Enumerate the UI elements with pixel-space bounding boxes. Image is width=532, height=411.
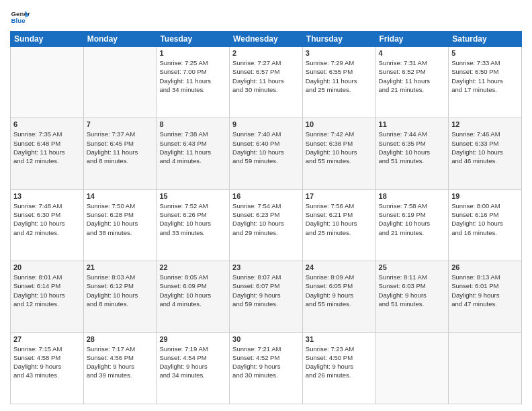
day-info: Sunrise: 7:50 AM Sunset: 6:28 PM Dayligh… bbox=[87, 201, 154, 237]
svg-text:Blue: Blue bbox=[11, 17, 26, 24]
day-info: Sunrise: 8:01 AM Sunset: 6:14 PM Dayligh… bbox=[13, 273, 81, 308]
calendar-cell bbox=[11, 47, 84, 118]
day-number: 30 bbox=[232, 335, 300, 343]
day-info: Sunrise: 8:13 AM Sunset: 6:01 PM Dayligh… bbox=[451, 273, 519, 308]
calendar-week-row: 6Sunrise: 7:35 AM Sunset: 6:48 PM Daylig… bbox=[11, 118, 522, 189]
calendar-cell: 11Sunrise: 7:44 AM Sunset: 6:35 PM Dayli… bbox=[375, 118, 449, 189]
calendar-cell: 14Sunrise: 7:50 AM Sunset: 6:28 PM Dayli… bbox=[83, 189, 157, 261]
header-monday: Monday bbox=[83, 32, 157, 47]
calendar-cell: 16Sunrise: 7:54 AM Sunset: 6:23 PM Dayli… bbox=[230, 189, 303, 261]
calendar-cell: 30Sunrise: 7:21 AM Sunset: 4:52 PM Dayli… bbox=[230, 332, 303, 404]
calendar-cell: 22Sunrise: 8:05 AM Sunset: 6:09 PM Dayli… bbox=[157, 261, 230, 332]
calendar-cell: 1Sunrise: 7:25 AM Sunset: 7:00 PM Daylig… bbox=[157, 47, 230, 118]
day-number: 25 bbox=[379, 263, 446, 271]
day-info: Sunrise: 8:05 AM Sunset: 6:09 PM Dayligh… bbox=[159, 273, 226, 308]
calendar-cell: 4Sunrise: 7:31 AM Sunset: 6:52 PM Daylig… bbox=[375, 47, 449, 118]
day-number: 29 bbox=[159, 335, 226, 343]
day-info: Sunrise: 7:31 AM Sunset: 6:52 PM Dayligh… bbox=[379, 58, 446, 94]
calendar-cell: 19Sunrise: 8:00 AM Sunset: 6:16 PM Dayli… bbox=[449, 189, 522, 261]
calendar-cell bbox=[375, 332, 449, 404]
calendar-week-row: 27Sunrise: 7:15 AM Sunset: 4:58 PM Dayli… bbox=[11, 332, 522, 404]
calendar-week-row: 1Sunrise: 7:25 AM Sunset: 7:00 PM Daylig… bbox=[11, 47, 522, 118]
day-info: Sunrise: 7:25 AM Sunset: 7:00 PM Dayligh… bbox=[159, 58, 226, 94]
calendar-cell: 18Sunrise: 7:58 AM Sunset: 6:19 PM Dayli… bbox=[375, 189, 449, 261]
day-info: Sunrise: 7:27 AM Sunset: 6:57 PM Dayligh… bbox=[232, 58, 300, 94]
day-number: 21 bbox=[87, 263, 154, 271]
day-info: Sunrise: 7:15 AM Sunset: 4:58 PM Dayligh… bbox=[13, 345, 81, 380]
day-number: 28 bbox=[87, 335, 154, 343]
day-number: 6 bbox=[13, 120, 81, 128]
calendar-cell: 7Sunrise: 7:37 AM Sunset: 6:45 PM Daylig… bbox=[83, 118, 157, 189]
day-number: 12 bbox=[451, 120, 519, 128]
day-info: Sunrise: 7:58 AM Sunset: 6:19 PM Dayligh… bbox=[379, 201, 446, 237]
day-info: Sunrise: 7:52 AM Sunset: 6:26 PM Dayligh… bbox=[159, 201, 226, 237]
day-number: 17 bbox=[306, 192, 373, 200]
calendar-cell: 21Sunrise: 8:03 AM Sunset: 6:12 PM Dayli… bbox=[83, 261, 157, 332]
day-info: Sunrise: 7:40 AM Sunset: 6:40 PM Dayligh… bbox=[232, 130, 300, 165]
header-thursday: Thursday bbox=[302, 32, 375, 47]
header-wednesday: Wednesday bbox=[230, 32, 303, 47]
day-info: Sunrise: 8:00 AM Sunset: 6:16 PM Dayligh… bbox=[451, 201, 519, 237]
calendar-cell: 10Sunrise: 7:42 AM Sunset: 6:38 PM Dayli… bbox=[302, 118, 375, 189]
calendar-week-row: 20Sunrise: 8:01 AM Sunset: 6:14 PM Dayli… bbox=[11, 261, 522, 332]
calendar-week-row: 13Sunrise: 7:48 AM Sunset: 6:30 PM Dayli… bbox=[11, 189, 522, 261]
calendar-cell: 13Sunrise: 7:48 AM Sunset: 6:30 PM Dayli… bbox=[11, 189, 84, 261]
calendar-cell bbox=[449, 332, 522, 404]
calendar-header-row: SundayMondayTuesdayWednesdayThursdayFrid… bbox=[11, 32, 522, 47]
header-saturday: Saturday bbox=[449, 32, 522, 47]
day-number: 2 bbox=[232, 49, 300, 57]
day-number: 9 bbox=[232, 120, 300, 128]
calendar-cell: 3Sunrise: 7:29 AM Sunset: 6:55 PM Daylig… bbox=[302, 47, 375, 118]
day-number: 18 bbox=[379, 192, 446, 200]
logo: General Blue bbox=[10, 7, 30, 27]
day-number: 10 bbox=[306, 120, 373, 128]
day-info: Sunrise: 7:48 AM Sunset: 6:30 PM Dayligh… bbox=[13, 201, 81, 237]
day-info: Sunrise: 7:44 AM Sunset: 6:35 PM Dayligh… bbox=[379, 130, 446, 165]
day-info: Sunrise: 8:09 AM Sunset: 6:05 PM Dayligh… bbox=[306, 273, 373, 308]
day-number: 4 bbox=[379, 49, 446, 57]
day-number: 22 bbox=[159, 263, 226, 271]
day-number: 20 bbox=[13, 263, 81, 271]
day-info: Sunrise: 7:42 AM Sunset: 6:38 PM Dayligh… bbox=[306, 130, 373, 165]
day-info: Sunrise: 7:21 AM Sunset: 4:52 PM Dayligh… bbox=[232, 345, 300, 380]
header-tuesday: Tuesday bbox=[157, 32, 230, 47]
calendar-container: General Blue SundayMondayTuesdayWednesda… bbox=[0, 0, 532, 411]
day-number: 15 bbox=[159, 192, 226, 200]
calendar-cell: 26Sunrise: 8:13 AM Sunset: 6:01 PM Dayli… bbox=[449, 261, 522, 332]
calendar-cell: 5Sunrise: 7:33 AM Sunset: 6:50 PM Daylig… bbox=[449, 47, 522, 118]
day-info: Sunrise: 7:17 AM Sunset: 4:56 PM Dayligh… bbox=[87, 345, 154, 380]
calendar-cell: 25Sunrise: 8:11 AM Sunset: 6:03 PM Dayli… bbox=[375, 261, 449, 332]
day-number: 14 bbox=[87, 192, 154, 200]
calendar-cell: 12Sunrise: 7:46 AM Sunset: 6:33 PM Dayli… bbox=[449, 118, 522, 189]
calendar-cell: 20Sunrise: 8:01 AM Sunset: 6:14 PM Dayli… bbox=[11, 261, 84, 332]
day-number: 27 bbox=[13, 335, 81, 343]
calendar-cell: 6Sunrise: 7:35 AM Sunset: 6:48 PM Daylig… bbox=[11, 118, 84, 189]
day-info: Sunrise: 7:35 AM Sunset: 6:48 PM Dayligh… bbox=[13, 130, 81, 165]
calendar-table: SundayMondayTuesdayWednesdayThursdayFrid… bbox=[10, 31, 522, 404]
calendar-cell: 31Sunrise: 7:23 AM Sunset: 4:50 PM Dayli… bbox=[302, 332, 375, 404]
day-number: 5 bbox=[451, 49, 519, 57]
calendar-cell bbox=[83, 47, 157, 118]
day-info: Sunrise: 7:37 AM Sunset: 6:45 PM Dayligh… bbox=[87, 130, 154, 165]
day-number: 26 bbox=[451, 263, 519, 271]
day-number: 7 bbox=[87, 120, 154, 128]
day-number: 16 bbox=[232, 192, 300, 200]
day-number: 24 bbox=[306, 263, 373, 271]
day-info: Sunrise: 7:54 AM Sunset: 6:23 PM Dayligh… bbox=[232, 201, 300, 237]
day-info: Sunrise: 7:33 AM Sunset: 6:50 PM Dayligh… bbox=[451, 58, 519, 94]
calendar-cell: 29Sunrise: 7:19 AM Sunset: 4:54 PM Dayli… bbox=[157, 332, 230, 404]
day-number: 3 bbox=[306, 49, 373, 57]
day-number: 8 bbox=[159, 120, 226, 128]
calendar-cell: 17Sunrise: 7:56 AM Sunset: 6:21 PM Dayli… bbox=[302, 189, 375, 261]
logo-icon: General Blue bbox=[10, 7, 30, 27]
header-sunday: Sunday bbox=[11, 32, 84, 47]
day-info: Sunrise: 7:38 AM Sunset: 6:43 PM Dayligh… bbox=[159, 130, 226, 165]
day-info: Sunrise: 8:03 AM Sunset: 6:12 PM Dayligh… bbox=[87, 273, 154, 308]
day-info: Sunrise: 7:29 AM Sunset: 6:55 PM Dayligh… bbox=[306, 58, 373, 94]
calendar-cell: 15Sunrise: 7:52 AM Sunset: 6:26 PM Dayli… bbox=[157, 189, 230, 261]
day-number: 23 bbox=[232, 263, 300, 271]
calendar-cell: 8Sunrise: 7:38 AM Sunset: 6:43 PM Daylig… bbox=[157, 118, 230, 189]
header: General Blue bbox=[10, 7, 522, 27]
calendar-cell: 24Sunrise: 8:09 AM Sunset: 6:05 PM Dayli… bbox=[302, 261, 375, 332]
day-info: Sunrise: 7:19 AM Sunset: 4:54 PM Dayligh… bbox=[159, 345, 226, 380]
